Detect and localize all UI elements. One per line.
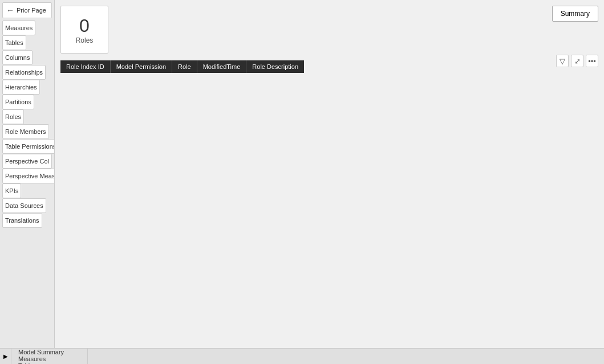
tab-measures[interactable]: Measures [11, 355, 88, 362]
table-col-modified-time[interactable]: ModifiedTime [197, 60, 247, 73]
sidebar-item-tables[interactable]: Tables [2, 35, 26, 50]
roles-label: Roles [76, 36, 94, 44]
sidebar-item-measures[interactable]: Measures [2, 21, 35, 35]
main-area: ← Prior Page MeasuresTablesColumnsRelati… [0, 0, 604, 348]
tab-nav-left[interactable]: ▶ [0, 349, 11, 364]
filter-icon[interactable]: ▽ [556, 55, 569, 67]
sidebar-item-perspective-measures[interactable]: Perspective Measures [2, 169, 55, 183]
sidebar-item-data-sources[interactable]: Data Sources [2, 198, 46, 213]
sidebar-items-container: MeasuresTablesColumnsRelationshipsHierar… [2, 21, 52, 228]
sidebar-item-relationships[interactable]: Relationships [2, 65, 46, 80]
sidebar-item-roles[interactable]: Roles [2, 109, 24, 124]
tab-model-summary[interactable]: Model Summary [11, 349, 88, 355]
summary-button[interactable]: Summary [552, 6, 598, 22]
table-col-role-description[interactable]: Role Description [246, 60, 304, 73]
table-header: Role Index IDModel PermissionRoleModifie… [60, 60, 598, 73]
content-area: Summary 0 Roles ▽ ⤢ ••• Role Index IDMod… [55, 0, 604, 348]
tab-items-container: Model SummaryMeasuresTablesColumnsRelati… [11, 349, 88, 364]
table-col-role[interactable]: Role [172, 60, 197, 73]
sidebar-item-kpis[interactable]: KPIs [2, 183, 21, 198]
sidebar-item-translations[interactable]: Translations [2, 213, 42, 228]
sidebar-item-hierarchies[interactable]: Hierarchies [2, 80, 40, 95]
table-col-role-index-id[interactable]: Role Index ID [60, 60, 111, 73]
sidebar-item-partitions[interactable]: Partitions [2, 95, 34, 109]
sidebar-item-table-permissions[interactable]: Table Permissions [2, 139, 55, 154]
back-arrow-icon: ← [6, 6, 14, 15]
sidebar-item-perspective-col[interactable]: Perspective Col [2, 154, 52, 169]
table-col-model-permission[interactable]: Model Permission [111, 60, 172, 73]
toolbar-icons: ▽ ⤢ ••• [556, 55, 598, 67]
roles-count: 0 [79, 15, 90, 36]
sidebar-item-columns[interactable]: Columns [2, 50, 33, 65]
sidebar-item-role-members[interactable]: Role Members [2, 124, 49, 139]
expand-icon[interactable]: ⤢ [571, 55, 583, 67]
back-button-label: Prior Page [17, 7, 46, 14]
back-button[interactable]: ← Prior Page [2, 2, 52, 18]
sidebar: ← Prior Page MeasuresTablesColumnsRelati… [0, 0, 55, 348]
roles-card: 0 Roles [60, 6, 108, 54]
tab-bar: ▶ Model SummaryMeasuresTablesColumnsRela… [0, 348, 604, 364]
more-icon[interactable]: ••• [586, 55, 598, 67]
